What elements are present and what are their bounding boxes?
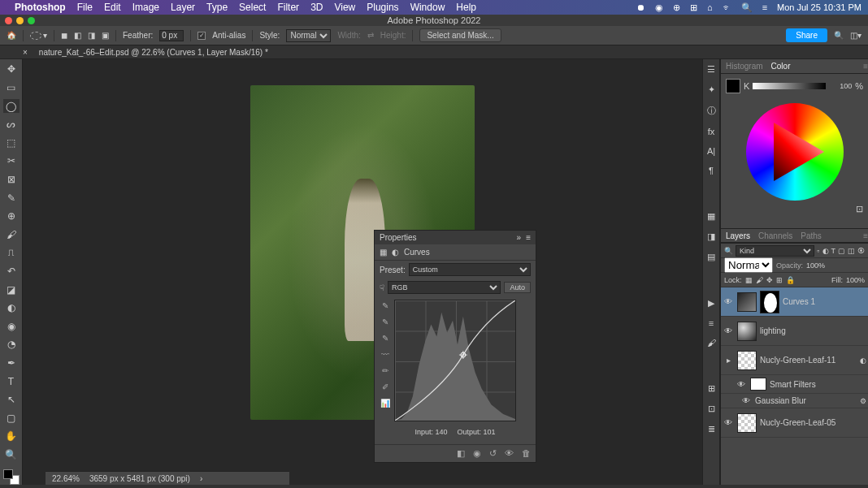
clip-to-layer-icon[interactable]: ◧: [457, 448, 465, 459]
menu-image[interactable]: Image: [132, 2, 159, 13]
filter-shape-icon[interactable]: ▢: [838, 247, 845, 255]
color-panel-expand-icon[interactable]: ⊡: [856, 204, 863, 214]
tab-histogram[interactable]: Histogram: [726, 62, 763, 71]
canvas-area[interactable]: Properties » ≡ ▦ ◐ Curves Preset: Custom…: [23, 59, 702, 485]
curve-white-sampler-icon[interactable]: ✎: [380, 332, 391, 343]
tab-close-icon[interactable]: ×: [23, 48, 28, 57]
toggle-visibility-icon[interactable]: 👁: [505, 448, 514, 459]
actions-panel-icon[interactable]: ▶: [708, 298, 714, 309]
character-panel-icon[interactable]: A|: [707, 146, 715, 156]
curve-edit-icon[interactable]: ✐: [380, 381, 391, 392]
healing-brush-tool-icon[interactable]: ⊕: [3, 209, 20, 223]
gradient-tool-icon[interactable]: ◐: [3, 301, 20, 315]
layer-thumbnail[interactable]: [737, 292, 757, 312]
panel-menu-icon[interactable]: ≡: [863, 62, 868, 71]
filter-pixel-icon[interactable]: ▫: [817, 247, 819, 255]
panel-collapse-icon[interactable]: »: [517, 233, 522, 242]
layer-name[interactable]: Gaussian Blur: [755, 396, 857, 405]
lasso-tool-icon[interactable]: ᔕ: [3, 118, 20, 132]
layer-row-lighting[interactable]: 👁 lighting: [721, 317, 868, 346]
expand-toggle-icon[interactable]: ▸: [723, 356, 734, 365]
share-button[interactable]: Share: [786, 28, 827, 42]
status-icon[interactable]: ⊕: [673, 2, 680, 13]
menu-plugins[interactable]: Plugins: [367, 2, 398, 13]
window-close-button[interactable]: [5, 17, 12, 24]
crop-tool-icon[interactable]: ✂: [3, 154, 20, 168]
layer-row-leaf05[interactable]: 👁 Nucly-Green-Leaf-05: [721, 408, 868, 438]
paragraph-panel-icon[interactable]: ¶: [709, 166, 714, 175]
k-value[interactable]: 100: [829, 82, 852, 90]
menu-file[interactable]: File: [77, 2, 93, 13]
brush-tool-icon[interactable]: 🖌: [3, 227, 20, 241]
panel-menu-icon[interactable]: ≡: [863, 231, 868, 240]
layer-mask-thumbnail[interactable]: [760, 291, 779, 313]
lock-artboard-icon[interactable]: ⊞: [776, 276, 783, 284]
color-wheel[interactable]: [746, 103, 844, 201]
document-tab[interactable]: nature_Kat_-66–Edit.psd @ 22.6% (Curves …: [33, 48, 275, 57]
input-value[interactable]: 140: [435, 428, 447, 436]
visibility-toggle-icon[interactable]: 👁: [740, 396, 752, 405]
layer-row-curves1[interactable]: 👁 Curves 1: [721, 287, 868, 317]
frame-tool-icon[interactable]: ⊠: [3, 173, 20, 187]
tab-layers[interactable]: Layers: [726, 231, 750, 240]
menu-photoshop[interactable]: Photoshop: [15, 2, 66, 13]
path-selection-tool-icon[interactable]: ↖: [3, 393, 20, 407]
lock-position-icon[interactable]: ✥: [766, 276, 773, 284]
layer-name[interactable]: Nucly-Green-Leaf-11: [760, 356, 857, 365]
curve-histogram-icon[interactable]: 📊: [380, 397, 391, 408]
reset-icon[interactable]: ↺: [489, 448, 497, 459]
object-selection-tool-icon[interactable]: ⬚: [3, 136, 20, 149]
visibility-toggle-icon[interactable]: 👁: [723, 418, 734, 427]
delete-adjustment-icon[interactable]: 🗑: [522, 448, 531, 459]
patterns-panel-icon[interactable]: ▤: [707, 252, 715, 262]
eraser-tool-icon[interactable]: ◪: [3, 283, 20, 296]
home-button[interactable]: 🏠: [7, 31, 16, 40]
layer-name[interactable]: Curves 1: [783, 297, 866, 306]
status-icon[interactable]: ᯤ: [723, 2, 731, 12]
tab-paths[interactable]: Paths: [801, 231, 822, 240]
filter-smart-icon[interactable]: ◫: [848, 247, 855, 255]
new-selection-icon[interactable]: ◼: [61, 31, 67, 40]
curve-black-sampler-icon[interactable]: ✎: [380, 316, 391, 327]
workspace-switcher-icon[interactable]: ◫▾: [850, 31, 861, 40]
foreground-color-swatch[interactable]: [3, 469, 13, 479]
status-icon[interactable]: 🔍: [741, 2, 753, 13]
panel-menu-icon[interactable]: ≡: [526, 233, 531, 242]
layer-thumbnail[interactable]: [737, 413, 757, 433]
panel-icon[interactable]: ⊞: [708, 383, 715, 394]
eyedropper-tool-icon[interactable]: ✎: [3, 191, 20, 205]
filter-options-icon[interactable]: ⚙: [860, 397, 866, 405]
antialias-checkbox[interactable]: ✓: [197, 32, 206, 40]
status-icon[interactable]: ⌂: [707, 2, 713, 12]
libraries-panel-icon[interactable]: ☰: [707, 64, 715, 75]
add-selection-icon[interactable]: ◧: [74, 31, 81, 40]
channel-select[interactable]: RGB: [388, 281, 501, 294]
menu-view[interactable]: View: [334, 2, 355, 13]
visibility-toggle-icon[interactable]: 👁: [723, 297, 734, 306]
brush-settings-icon[interactable]: 🖌: [707, 338, 716, 348]
rectangular-marquee-tool-icon[interactable]: ▭: [3, 81, 20, 95]
targeted-adjustment-icon[interactable]: ☟: [380, 283, 384, 292]
layer-row-gaussian-blur[interactable]: 👁 Gaussian Blur ⚙: [721, 394, 868, 408]
tab-color[interactable]: Color: [771, 62, 791, 71]
window-minimize-button[interactable]: [16, 17, 24, 24]
menu-help[interactable]: Help: [456, 2, 476, 13]
preset-select[interactable]: Custom: [409, 263, 531, 276]
mask-icon[interactable]: ◐: [392, 248, 399, 257]
filter-toggle-icon[interactable]: ⦿: [857, 247, 865, 255]
color-swatch[interactable]: [726, 79, 740, 93]
document-dimensions[interactable]: 3659 px x 5481 px (300 ppi): [89, 474, 190, 483]
styles-panel-icon[interactable]: fx: [708, 127, 715, 136]
lock-pixels-icon[interactable]: 🖌: [756, 276, 763, 284]
menu-window[interactable]: Window: [410, 2, 445, 13]
output-value[interactable]: 101: [484, 428, 496, 436]
filter-adjustment-icon[interactable]: ◐: [822, 247, 829, 255]
menu-type[interactable]: Type: [206, 2, 228, 13]
curve-sampler-icon[interactable]: ✎: [380, 300, 391, 311]
hand-tool-icon[interactable]: ✋: [3, 430, 20, 443]
layer-row-smart-filters[interactable]: 👁 Smart Filters: [721, 375, 868, 394]
filter-kind-select[interactable]: Kind: [736, 245, 814, 257]
style-select[interactable]: Normal: [286, 29, 331, 42]
filter-mask-thumbnail[interactable]: [750, 378, 766, 391]
menu-edit[interactable]: Edit: [104, 2, 121, 13]
